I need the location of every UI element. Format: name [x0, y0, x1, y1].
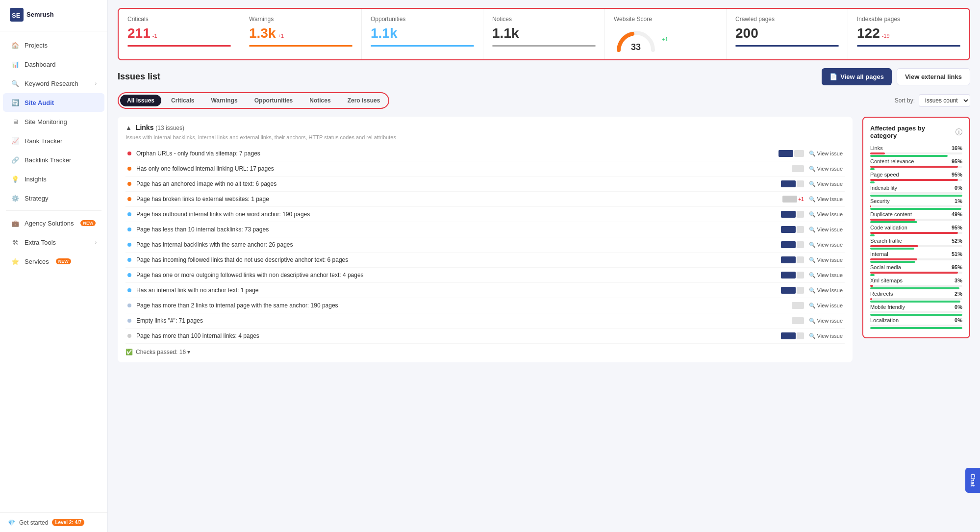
- sort-select[interactable]: issues count: [919, 94, 970, 107]
- filter-opportunities[interactable]: Opportunities: [248, 95, 300, 106]
- issue-bars: [781, 180, 804, 187]
- category-row[interactable]: Code validation 95%: [870, 225, 962, 234]
- view-issue-link[interactable]: 🔍 View issue: [809, 318, 843, 324]
- view-issue-link[interactable]: 🔍 View issue: [809, 151, 843, 157]
- sidebar-item-keyword-research[interactable]: 🔍 Keyword Research ›: [3, 74, 104, 93]
- sidebar-item-site-audit[interactable]: 🔄 Site Audit: [3, 93, 104, 112]
- view-issue-link[interactable]: 🔍 View issue: [809, 333, 843, 339]
- issue-row[interactable]: Orphan URLs - only found via sitemap: 7 …: [126, 146, 845, 161]
- dashboard-icon: 📊: [11, 60, 20, 69]
- category-percent: 95%: [952, 158, 962, 164]
- issue-row[interactable]: Page has an anchored image with no alt t…: [126, 177, 845, 192]
- metric-bar-line: [492, 45, 596, 47]
- sidebar-item-label: Strategy: [25, 195, 48, 202]
- category-row[interactable]: Search traffic 52%: [870, 238, 962, 247]
- sidebar-item-backlink-tracker[interactable]: 🔗 Backlink Tracker: [3, 151, 104, 169]
- category-row[interactable]: Mobile friendly 0%: [870, 304, 962, 313]
- category-row[interactable]: Xml sitemaps 3%: [870, 278, 962, 287]
- sidebar-item-strategy[interactable]: ⚙️ Strategy: [3, 189, 104, 207]
- sidebar-item-projects[interactable]: 🏠 Projects: [3, 36, 104, 54]
- category-row[interactable]: Page speed 95%: [870, 172, 962, 181]
- category-row[interactable]: Links 16%: [870, 145, 962, 154]
- header-actions: 📄 View all pages View external links: [822, 68, 970, 85]
- category-bars-bg: [870, 179, 962, 181]
- view-issue-link[interactable]: 🔍 View issue: [809, 303, 843, 309]
- category-bars-bg: [870, 311, 962, 313]
- category-name: Code validation: [870, 225, 907, 230]
- filter-warnings[interactable]: Warnings: [204, 95, 244, 106]
- collapse-icon[interactable]: ▲: [126, 124, 132, 131]
- view-issue-link[interactable]: 🔍 View issue: [809, 196, 843, 203]
- sidebar-item-agency-solutions[interactable]: 💼 Agency Solutions NEW: [3, 214, 104, 232]
- category-row[interactable]: Social media 95%: [870, 264, 962, 274]
- insights-icon: 💡: [11, 175, 20, 183]
- issue-bars: [792, 165, 804, 172]
- view-issue-link[interactable]: 🔍 View issue: [809, 287, 843, 294]
- category-row[interactable]: Content relevance 95%: [870, 158, 962, 168]
- sidebar-item-label: Projects: [25, 42, 48, 49]
- view-issue-link[interactable]: 🔍 View issue: [809, 257, 843, 263]
- metric-criticals[interactable]: Criticals 211 -1: [119, 9, 240, 59]
- issue-row[interactable]: Page has incoming followed links that do…: [126, 253, 845, 268]
- checks-passed[interactable]: ✅ Checks passed: 16 ▾: [126, 349, 845, 355]
- issue-row[interactable]: Page has more than 2 links to internal p…: [126, 298, 845, 313]
- filter-notices[interactable]: Notices: [302, 95, 337, 106]
- issue-row[interactable]: Has only one followed internal linking U…: [126, 161, 845, 177]
- view-external-links-button[interactable]: View external links: [897, 68, 970, 85]
- category-name: Redirects: [870, 291, 893, 297]
- issue-row[interactable]: Page has broken links to external websit…: [126, 192, 845, 207]
- metric-value: 1.3k: [249, 25, 276, 41]
- metric-opportunities[interactable]: Opportunities 1.1k: [362, 9, 483, 59]
- category-bar-green: [870, 261, 915, 263]
- category-row[interactable]: Internal 51%: [870, 251, 962, 260]
- sidebar-logo: SE Semrush: [0, 0, 107, 31]
- issue-bars: [792, 302, 804, 309]
- issue-row[interactable]: Page has one or more outgoing followed l…: [126, 268, 845, 283]
- get-started[interactable]: 💎 Get started Level 2: 4/7: [8, 519, 100, 526]
- category-row[interactable]: Duplicate content 49%: [870, 211, 962, 221]
- issue-row[interactable]: Page has more than 100 internal links: 4…: [126, 329, 845, 344]
- issue-row[interactable]: Page has internal backlinks with the sam…: [126, 237, 845, 253]
- sidebar-item-services[interactable]: ⭐ Services NEW: [3, 252, 104, 271]
- metric-website-score[interactable]: Website Score 33 +1: [605, 9, 727, 59]
- view-issue-link[interactable]: 🔍 View issue: [809, 272, 843, 279]
- metric-indexable-pages[interactable]: Indexable pages 122 -19: [848, 9, 969, 59]
- filter-zero-issues[interactable]: Zero issues: [341, 95, 387, 106]
- view-issue-link[interactable]: 🔍 View issue: [809, 166, 843, 172]
- category-bars-bg: [870, 152, 962, 154]
- issue-row[interactable]: Empty links "#": 71 pages 🔍 View issue: [126, 313, 845, 329]
- issue-row[interactable]: Page has less than 10 internal backlinks…: [126, 222, 845, 237]
- issue-row[interactable]: Page has outbound internal links with on…: [126, 207, 845, 222]
- view-issue-link[interactable]: 🔍 View issue: [809, 211, 843, 218]
- issue-row[interactable]: Has an internal link with no anchor text…: [126, 283, 845, 298]
- category-bar-green: [870, 248, 914, 250]
- filter-criticals[interactable]: Criticals: [164, 95, 201, 106]
- sidebar-item-extra-tools[interactable]: 🛠 Extra Tools ›: [3, 233, 104, 252]
- metric-crawled-pages[interactable]: Crawled pages 200: [727, 9, 848, 59]
- view-issue-link[interactable]: 🔍 View issue: [809, 242, 843, 248]
- chat-button[interactable]: Chat: [965, 468, 980, 493]
- sidebar-item-rank-tracker[interactable]: 📈 Rank Tracker: [3, 131, 104, 150]
- sidebar-item-dashboard[interactable]: 📊 Dashboard: [3, 55, 104, 74]
- issues-list-panel: ▲ Links (13 issues) Issues with internal…: [118, 117, 853, 362]
- category-bar-green: [870, 274, 875, 276]
- category-row[interactable]: Localization 0%: [870, 317, 962, 327]
- view-issue-link[interactable]: 🔍 View issue: [809, 181, 843, 187]
- view-issue-link[interactable]: 🔍 View issue: [809, 227, 843, 233]
- metric-notices[interactable]: Notices 1.1k: [483, 9, 605, 59]
- category-bars-bg: [870, 272, 962, 274]
- issue-severity-dot: [127, 152, 131, 155]
- filter-all[interactable]: All issues: [120, 95, 161, 106]
- category-row[interactable]: Redirects 2%: [870, 291, 962, 300]
- category-percent: 0%: [955, 317, 962, 323]
- svg-text:33: 33: [631, 42, 641, 52]
- metric-delta: -19: [882, 33, 890, 39]
- sidebar-item-insights[interactable]: 💡 Insights: [3, 170, 104, 188]
- category-name: Internal: [870, 251, 888, 257]
- view-all-pages-button[interactable]: 📄 View all pages: [822, 68, 892, 85]
- metric-warnings[interactable]: Warnings 1.3k +1: [240, 9, 362, 59]
- category-row[interactable]: Indexability 0%: [870, 185, 962, 194]
- sidebar-item-label: Site Monitoring: [25, 118, 67, 126]
- sidebar-item-site-monitoring[interactable]: 🖥 Site Monitoring: [3, 112, 104, 131]
- category-row[interactable]: Security 1%: [870, 198, 962, 207]
